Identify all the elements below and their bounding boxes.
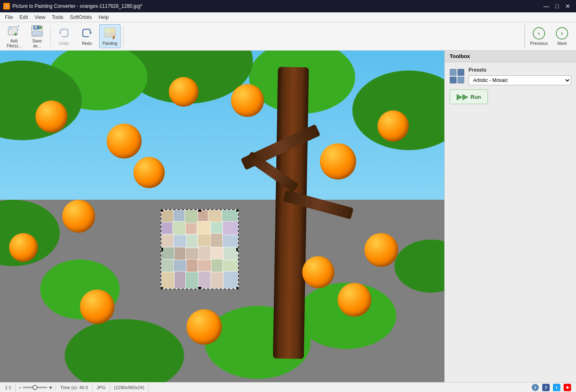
svg-rect-6 — [35, 26, 37, 29]
status-right: i f t — [530, 383, 573, 392]
maximize-button[interactable]: □ — [552, 2, 562, 10]
run-button[interactable]: ▶▶ Run — [450, 89, 488, 104]
next-button[interactable]: › Next — [551, 24, 573, 48]
zoom-in-icon[interactable]: + — [49, 384, 52, 391]
handle-bm[interactable] — [198, 287, 201, 289]
svg-rect-50 — [174, 271, 185, 289]
menu-tools[interactable]: Tools — [49, 14, 67, 21]
svg-text:i: i — [534, 385, 536, 390]
painting-button[interactable]: Painting — [99, 24, 121, 48]
svg-rect-34 — [198, 234, 210, 246]
save-as-icon — [30, 24, 44, 37]
orange-6 — [378, 110, 409, 142]
svg-rect-25 — [161, 222, 173, 234]
redo-button[interactable]: Redo — [76, 24, 98, 48]
handle-mr[interactable] — [236, 248, 239, 251]
handle-tr[interactable] — [236, 209, 239, 212]
previous-button[interactable]: ‹ Previous — [528, 24, 550, 48]
svg-rect-29 — [210, 222, 222, 233]
orange-12 — [80, 289, 114, 324]
time-value: Time (s): 46.0 — [60, 385, 88, 390]
zoom-slider[interactable] — [23, 387, 47, 388]
undo-button[interactable]: Undo — [53, 24, 75, 48]
zoom-label: 1:1 — [3, 383, 16, 392]
svg-rect-19 — [161, 210, 173, 222]
svg-rect-58 — [457, 77, 464, 83]
orange-14 — [338, 283, 371, 317]
run-arrow-icon: ▶▶ — [457, 92, 468, 101]
next-arrow-icon: › — [556, 27, 568, 40]
toolbox-header: Toolbox — [445, 51, 576, 62]
handle-tm[interactable] — [198, 209, 201, 212]
handle-bl[interactable] — [161, 287, 163, 289]
svg-rect-57 — [450, 77, 457, 83]
next-label: Next — [557, 41, 567, 46]
presets-select[interactable]: Artistic - Mosaic Artistic - Oil Paint A… — [469, 75, 571, 85]
zoom-thumb[interactable] — [33, 385, 37, 390]
orange-7 — [364, 233, 398, 267]
minimize-button[interactable]: — — [541, 2, 551, 10]
status-bar: 1:1 - + Time (s): 46.0 JPG (1280x960x24)… — [0, 382, 576, 392]
svg-rect-24 — [222, 210, 238, 221]
handle-tl[interactable] — [161, 209, 163, 212]
orange-1 — [35, 100, 68, 133]
menu-edit[interactable]: Edit — [16, 14, 31, 21]
mosaic-preview — [161, 210, 238, 289]
presets-right: Presets Artistic - Mosaic Artistic - Oil… — [469, 67, 571, 85]
menu-softorbits[interactable]: SoftOrbits — [67, 14, 95, 21]
tree-trunk — [273, 67, 309, 359]
close-button[interactable]: ✕ — [563, 2, 573, 10]
run-button-container: ▶▶ Run — [450, 89, 571, 104]
menu-file[interactable]: File — [2, 14, 16, 21]
orange-11 — [62, 200, 95, 233]
svg-rect-45 — [187, 259, 198, 272]
svg-rect-12 — [105, 33, 110, 37]
mosaic-selection[interactable] — [161, 209, 239, 289]
orange-3 — [169, 77, 198, 107]
info-button[interactable]: i — [530, 383, 541, 392]
title-bar-left: 🎨 Picture to Painting Converter - orange… — [3, 3, 142, 9]
svg-point-8 — [39, 26, 42, 29]
painting-label: Painting — [103, 41, 117, 46]
previous-arrow-icon: ‹ — [533, 27, 545, 40]
app-title: Picture to Painting Converter - oranges-… — [12, 3, 142, 9]
twitter-button[interactable]: t — [551, 383, 562, 392]
youtube-button[interactable] — [562, 383, 573, 392]
svg-text:f: f — [545, 385, 547, 390]
svg-rect-38 — [174, 247, 185, 260]
presets-icon — [450, 69, 464, 84]
svg-rect-28 — [197, 221, 210, 234]
zoom-out-icon[interactable]: - — [19, 384, 21, 391]
facebook-button[interactable]: f — [541, 383, 551, 392]
menu-bar: File Edit View Tools SoftOrbits Help — [0, 12, 576, 22]
svg-rect-48 — [223, 260, 238, 271]
svg-rect-22 — [198, 210, 208, 221]
menu-view[interactable]: View — [31, 14, 49, 21]
orange-5 — [320, 143, 356, 180]
svg-rect-43 — [161, 259, 173, 272]
toolbar-sep-2 — [123, 26, 124, 47]
zoom-ratio: 1:1 — [5, 385, 11, 390]
handle-ml[interactable] — [161, 248, 163, 251]
svg-rect-7 — [33, 31, 42, 35]
save-as-button[interactable]: Saveas... — [26, 24, 48, 48]
handle-br[interactable] — [236, 287, 239, 289]
svg-rect-49 — [161, 272, 174, 289]
orange-2 — [107, 124, 142, 159]
undo-label: Undo — [59, 41, 69, 46]
previous-label: Previous — [530, 41, 548, 46]
toolbar: AddFile(s)... Saveas... Undo — [0, 22, 576, 51]
run-label: Run — [471, 94, 481, 100]
save-as-label: Saveas... — [33, 39, 42, 49]
canvas-area[interactable] — [0, 51, 444, 382]
title-bar: 🎨 Picture to Painting Converter - orange… — [0, 0, 576, 12]
undo-icon — [57, 27, 70, 40]
add-files-icon — [7, 24, 21, 37]
svg-rect-40 — [198, 246, 210, 260]
toolbar-sep-1 — [50, 26, 51, 47]
svg-rect-20 — [173, 210, 184, 221]
add-files-button[interactable]: AddFile(s)... — [3, 24, 25, 48]
menu-help[interactable]: Help — [95, 14, 112, 21]
svg-rect-53 — [210, 272, 223, 289]
svg-rect-23 — [208, 210, 222, 222]
